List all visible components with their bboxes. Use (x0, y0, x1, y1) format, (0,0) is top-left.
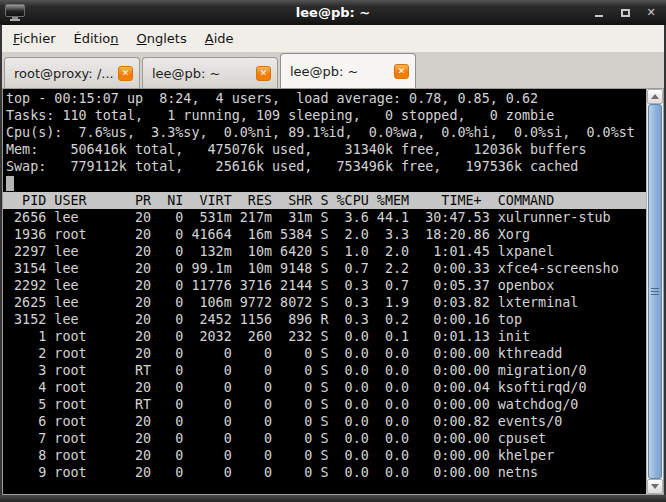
mem-summary-line: Mem: 506416k total, 475076k used, 31340k… (3, 141, 646, 158)
process-row: 7 root 20 0 0 0 0 S 0.0 0.0 0:00.00 cpus… (3, 430, 646, 447)
process-row: 3152 lee 20 0 2452 1156 896 R 0.3 0.2 0:… (3, 311, 646, 328)
menu-bar: Fichier Édition Onglets Aide (2, 25, 664, 52)
menu-label-mnemonic: A (205, 31, 214, 46)
menu-label-part: ichier (20, 31, 56, 46)
terminal-window: lee@pb: ~ ✕ Fichier Édition Onglets Aide… (0, 0, 666, 502)
maximize-icon (621, 9, 630, 17)
close-icon: ✕ (122, 68, 130, 78)
window-title: lee@pb: ~ (0, 0, 666, 25)
minimize-button[interactable] (592, 6, 606, 20)
menu-label-mnemonic: O (137, 31, 147, 46)
process-row: 8 root 20 0 0 0 0 S 0.0 0.0 0:00.00 khel… (3, 447, 646, 464)
scrollbar-track[interactable] (647, 104, 663, 479)
tab-root-proxy[interactable]: root@proxy: /... ✕ (4, 57, 140, 88)
process-row: 1936 root 20 0 41664 16m 5384 S 2.0 3.3 … (3, 226, 646, 243)
scroll-down-button[interactable] (647, 479, 663, 494)
close-icon: ✕ (398, 66, 406, 76)
scrollbar[interactable] (646, 89, 663, 494)
scrollbar-thumb[interactable] (648, 104, 662, 479)
thumb-grip-icon (651, 291, 659, 292)
tab-label: lee@pb: ~ (290, 64, 394, 79)
process-row: 2297 lee 20 0 132m 10m 6420 S 1.0 2.0 1:… (3, 243, 646, 260)
swap-summary-line: Swap: 779112k total, 25616k used, 753496… (3, 158, 646, 175)
process-table-header: PID USER PR NI VIRT RES SHR S %CPU %MEM … (3, 192, 646, 209)
process-row: 3154 lee 20 0 99.1m 10m 9148 S 0.7 2.2 0… (3, 260, 646, 277)
process-row: 2625 lee 20 0 106m 9772 8072 S 0.3 1.9 0… (3, 294, 646, 311)
tab-label: lee@pb: ~ (152, 66, 256, 81)
prompt-line (3, 175, 646, 192)
menu-label-part: ide (214, 31, 234, 46)
menu-label-mnemonic: n (110, 31, 118, 46)
close-icon: ✕ (260, 68, 268, 78)
process-row: 2656 lee 20 0 531m 217m 31m S 3.6 44.1 3… (3, 209, 646, 226)
title-bar[interactable]: lee@pb: ~ ✕ (0, 0, 666, 25)
menu-item-onglets[interactable]: Onglets (128, 26, 196, 51)
window-frame-bottom (0, 495, 666, 502)
process-row: 2 root 20 0 0 0 0 S 0.0 0.0 0:00.00 kthr… (3, 345, 646, 362)
terminal-area: top - 00:15:07 up 8:24, 4 users, load av… (2, 88, 664, 495)
process-row: 2292 lee 20 0 11776 3716 2144 S 0.3 0.7 … (3, 277, 646, 294)
tab-close-button[interactable]: ✕ (118, 66, 133, 81)
menu-label-part: nglets (147, 31, 187, 46)
chevron-up-icon (651, 94, 659, 99)
process-row: 1 root 20 0 2032 260 232 S 0.0 0.1 0:01.… (3, 328, 646, 345)
tab-bar: root@proxy: /... ✕ lee@pb: ~ ✕ lee@pb: ~… (2, 52, 664, 88)
process-row: 4 root 20 0 0 0 0 S 0.0 0.0 0:00.04 ksof… (3, 379, 646, 396)
window-controls: ✕ (592, 0, 658, 25)
process-row: 9 root 20 0 0 0 0 S 0.0 0.0 0:00.00 netn… (3, 464, 646, 481)
tab-lee-pb-1[interactable]: lee@pb: ~ ✕ (142, 57, 278, 88)
minimize-icon (595, 15, 603, 17)
tab-close-button[interactable]: ✕ (394, 64, 409, 79)
close-icon: ✕ (646, 6, 655, 20)
scroll-up-button[interactable] (647, 89, 663, 104)
close-button[interactable]: ✕ (644, 6, 658, 20)
tab-close-button[interactable]: ✕ (256, 66, 271, 81)
maximize-button[interactable] (618, 6, 632, 20)
menu-label-part: Éditio (74, 31, 111, 46)
process-row: 5 root RT 0 0 0 0 S 0.0 0.0 0:00.00 watc… (3, 396, 646, 413)
top-summary-line: top - 00:15:07 up 8:24, 4 users, load av… (3, 90, 646, 107)
terminal-output[interactable]: top - 00:15:07 up 8:24, 4 users, load av… (3, 89, 646, 494)
tasks-summary-line: Tasks: 110 total, 1 running, 109 sleepin… (3, 107, 646, 124)
cpu-summary-line: Cpu(s): 7.6%us, 3.3%sy, 0.0%ni, 89.1%id,… (3, 124, 646, 141)
tab-label: root@proxy: /... (14, 66, 118, 81)
terminal-cursor (6, 176, 14, 191)
menu-item-edition[interactable]: Édition (65, 26, 128, 51)
process-row: 3 root RT 0 0 0 0 S 0.0 0.0 0:00.00 migr… (3, 362, 646, 379)
menu-item-fichier[interactable]: Fichier (4, 26, 65, 51)
menu-item-aide[interactable]: Aide (196, 26, 243, 51)
process-row: 6 root 20 0 0 0 0 S 0.0 0.0 0:00.82 even… (3, 413, 646, 430)
chevron-down-icon (651, 484, 659, 489)
tab-lee-pb-2-active[interactable]: lee@pb: ~ ✕ (280, 53, 416, 88)
